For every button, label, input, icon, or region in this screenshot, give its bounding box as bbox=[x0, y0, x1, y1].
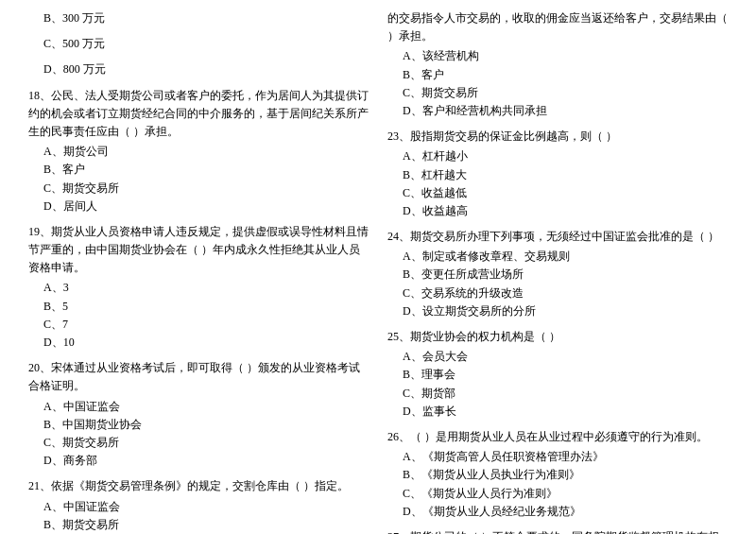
q26-option-a: A、《期货高管人员任职资格管理办法》 bbox=[403, 448, 728, 466]
question-20-text: 20、宋体通过从业资格考试后，即可取得（ ）颁发的从业资格考试合格证明。 bbox=[28, 359, 369, 395]
q25-option-b: B、理事会 bbox=[403, 366, 728, 384]
q26-option-d: D、《期货从业人员经纪业务规范》 bbox=[403, 503, 728, 521]
q20-option-b: B、中国期货业协会 bbox=[43, 416, 369, 434]
q22-option-a: A、该经营机构 bbox=[403, 47, 728, 65]
q26-option-b: B、《期货从业人员执业行为准则》 bbox=[403, 466, 728, 484]
left-column: B、300 万元 C、500 万元 D、800 万元 18、公民、法人受期货公司… bbox=[28, 9, 369, 534]
q18-option-b: B、客户 bbox=[43, 161, 369, 179]
question-24-text: 24、期货交易所办理下列事项，无须经过中国证监会批准的是（ ） bbox=[387, 228, 728, 246]
option-d-800: D、800 万元 bbox=[28, 60, 369, 78]
question-18-text: 18、公民、法人受期货公司或者客户的委托，作为居间人为其提供订约的机会或者订立期… bbox=[28, 87, 369, 142]
option-b-300: B、300 万元 bbox=[28, 9, 369, 27]
question-27-text: 27、期货公司的（ ）不符合要求的，国务院期货监督管理机构有权要求期货公司予以改… bbox=[387, 528, 728, 534]
question-19: 19、期货从业人员资格申请人违反规定，提供虚假或误导性材料且情节严重的，由中国期… bbox=[28, 223, 369, 352]
q24-option-c: C、交易系统的升级改造 bbox=[403, 284, 728, 302]
question-27: 27、期货公司的（ ）不符合要求的，国务院期货监督管理机构有权要求期货公司予以改… bbox=[387, 528, 728, 534]
q23-option-d: D、收益越高 bbox=[403, 202, 728, 220]
q26-option-c: C、《期货从业人员行为准则》 bbox=[403, 485, 728, 503]
q23-option-a: A、杠杆越小 bbox=[403, 147, 728, 165]
q22-option-d: D、客户和经营机构共同承担 bbox=[403, 102, 728, 120]
option-c-500: C、500 万元 bbox=[28, 35, 369, 53]
q24-option-d: D、设立期货交易所的分所 bbox=[403, 302, 728, 320]
q25-option-c: C、期货部 bbox=[403, 385, 728, 403]
question-26: 26、（ ）是用期货从业人员在从业过程中必须遵守的行为准则。 A、《期货高管人员… bbox=[387, 428, 728, 521]
option-text: C、500 万元 bbox=[43, 35, 369, 53]
page-container: B、300 万元 C、500 万元 D、800 万元 18、公民、法人受期货公司… bbox=[28, 9, 728, 534]
question-18: 18、公民、法人受期货公司或者客户的委托，作为居间人为其提供订约的机会或者订立期… bbox=[28, 87, 369, 215]
question-23-text: 23、股指期货交易的保证金比例越高，则（ ） bbox=[387, 128, 728, 146]
question-25: 25、期货业协会的权力机构是（ ） A、会员大会 B、理事会 C、期货部 D、监… bbox=[387, 328, 728, 421]
q18-option-c: C、期货交易所 bbox=[43, 180, 369, 198]
option-text: B、300 万元 bbox=[43, 9, 369, 27]
question-21-text: 21、依据《期货交易管理条例》的规定，交割仓库由（ ）指定。 bbox=[28, 477, 369, 495]
q19-option-b: B、5 bbox=[43, 298, 369, 316]
q25-option-a: A、会员大会 bbox=[403, 348, 728, 366]
q24-option-a: A、制定或者修改章程、交易规则 bbox=[403, 248, 728, 266]
q23-option-c: C、收益越低 bbox=[403, 184, 728, 202]
question-25-text: 25、期货业协会的权力机构是（ ） bbox=[387, 328, 728, 346]
q20-option-d: D、商务部 bbox=[43, 452, 369, 470]
q18-option-d: D、居间人 bbox=[43, 198, 369, 215]
q18-option-a: A、期货公司 bbox=[43, 143, 369, 161]
question-22-cont: 的交易指令人市交易的，收取的佣金应当返还给客户，交易结果由（ ）承担。 A、该经… bbox=[387, 9, 728, 120]
question-21: 21、依据《期货交易管理条例》的规定，交割仓库由（ ）指定。 A、中国证监会 B… bbox=[28, 477, 369, 534]
question-19-text: 19、期货从业人员资格申请人违反规定，提供虚假或误导性材料且情节严重的，由中国期… bbox=[28, 223, 369, 278]
q19-option-c: C、7 bbox=[43, 316, 369, 334]
question-23: 23、股指期货交易的保证金比例越高，则（ ） A、杠杆越小 B、杠杆越大 C、收… bbox=[387, 128, 728, 220]
q21-option-b: B、期货交易所 bbox=[43, 516, 369, 534]
q25-option-d: D、监事长 bbox=[403, 403, 728, 421]
q19-option-d: D、10 bbox=[43, 334, 369, 352]
right-column: 的交易指令人市交易的，收取的佣金应当返还给客户，交易结果由（ ）承担。 A、该经… bbox=[387, 9, 728, 534]
q21-option-a: A、中国证监会 bbox=[43, 498, 369, 516]
q22-option-c: C、期货交易所 bbox=[403, 84, 728, 102]
q22-option-b: B、客户 bbox=[403, 66, 728, 84]
option-text: D、800 万元 bbox=[43, 60, 369, 78]
question-22-cont-text: 的交易指令人市交易的，收取的佣金应当返还给客户，交易结果由（ ）承担。 bbox=[387, 9, 728, 45]
two-column-layout: B、300 万元 C、500 万元 D、800 万元 18、公民、法人受期货公司… bbox=[28, 9, 728, 534]
q19-option-a: A、3 bbox=[43, 279, 369, 297]
question-24: 24、期货交易所办理下列事项，无须经过中国证监会批准的是（ ） A、制定或者修改… bbox=[387, 228, 728, 320]
q20-option-c: C、期货交易所 bbox=[43, 434, 369, 452]
question-26-text: 26、（ ）是用期货从业人员在从业过程中必须遵守的行为准则。 bbox=[387, 428, 728, 446]
question-20: 20、宋体通过从业资格考试后，即可取得（ ）颁发的从业资格考试合格证明。 A、中… bbox=[28, 359, 369, 470]
q24-option-b: B、变更任所成营业场所 bbox=[403, 266, 728, 284]
q20-option-a: A、中国证监会 bbox=[43, 398, 369, 416]
q23-option-b: B、杠杆越大 bbox=[403, 166, 728, 184]
